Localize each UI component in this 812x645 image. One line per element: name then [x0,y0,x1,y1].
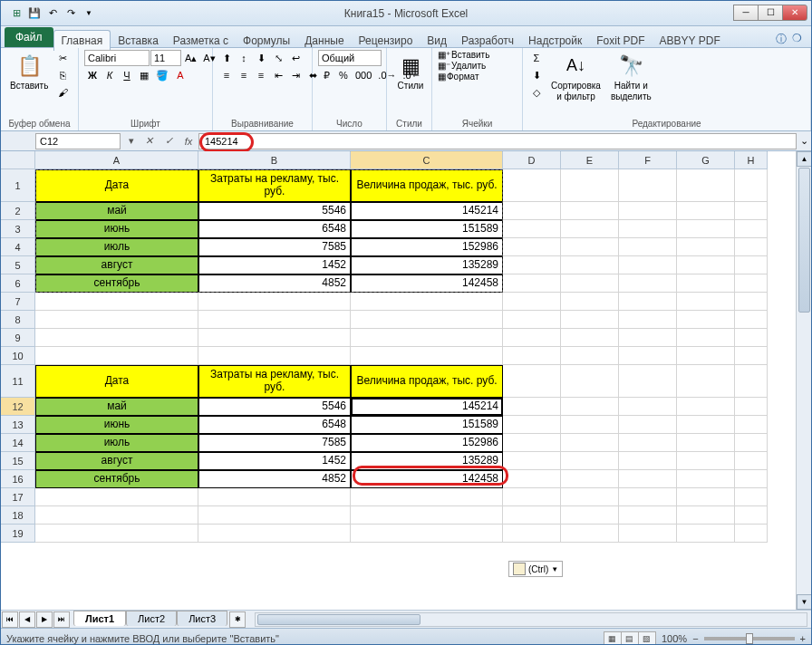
cell[interactable]: 135289 [351,256,503,274]
cell[interactable]: Дата [35,365,198,398]
cell[interactable] [735,525,768,543]
cell[interactable] [677,525,735,543]
cell[interactable] [619,238,677,256]
cell[interactable]: Дата [35,169,198,202]
cell[interactable] [735,274,768,293]
cell[interactable] [198,293,351,311]
cell[interactable] [619,488,677,506]
sheet-tab-2[interactable]: Лист3 [177,611,227,626]
cell[interactable]: 151589 [351,220,503,238]
save-icon[interactable]: 💾 [26,5,43,22]
cell[interactable] [677,311,735,329]
cell[interactable] [561,416,619,434]
zoom-slider[interactable] [704,637,795,640]
cell[interactable] [503,434,561,452]
cell[interactable]: август [35,256,198,274]
fill-icon[interactable]: ⬇ [528,67,545,83]
undo-icon[interactable]: ↶ [44,5,61,22]
redo-icon[interactable]: ↷ [63,5,79,22]
cell[interactable] [561,506,619,525]
cell[interactable] [351,488,503,506]
row-header-16[interactable]: 16 [1,470,35,488]
cell[interactable]: май [35,202,198,220]
cell[interactable] [619,365,677,398]
row-header-17[interactable]: 17 [1,488,35,506]
cell[interactable]: 152986 [351,238,503,256]
row-header-4[interactable]: 4 [1,238,35,256]
cell[interactable]: 5546 [198,202,351,220]
sort-filter-button[interactable]: A↓ Сортировка и фильтр [547,50,604,104]
cell[interactable] [35,488,198,506]
font-size-combo[interactable]: 11 [150,50,181,66]
currency-icon[interactable]: ₽ [318,67,334,83]
cell[interactable] [619,293,677,311]
close-button[interactable]: ✕ [782,5,807,21]
cell[interactable] [503,470,561,488]
cell[interactable] [561,398,619,416]
grow-font-icon[interactable]: A▴ [182,50,199,66]
zoom-out-icon[interactable]: − [692,633,698,644]
cell[interactable] [561,238,619,256]
row-header-8[interactable]: 8 [1,311,35,329]
cell[interactable] [35,329,198,347]
border-icon[interactable]: ▦ [136,67,152,83]
copy-icon[interactable]: ⎘ [54,67,71,83]
cell[interactable] [561,434,619,452]
row-header-2[interactable]: 2 [1,202,35,220]
qat-dropdown-icon[interactable]: ▼ [81,5,97,22]
cell[interactable]: 4852 [198,274,351,293]
cell[interactable]: Величина продаж, тыс. руб. [351,365,503,398]
cell[interactable] [351,347,503,365]
cell[interactable] [677,506,735,525]
cell[interactable] [503,293,561,311]
cell[interactable]: июнь [35,416,198,434]
find-select-button[interactable]: 🔭 Найти и выделить [607,50,655,104]
cell[interactable]: 6548 [198,416,351,434]
first-sheet-icon[interactable]: ⏮ [2,611,18,628]
indent-decrease-icon[interactable]: ⇤ [270,67,286,83]
cell[interactable] [619,452,677,470]
page-layout-icon[interactable]: ▤ [621,631,639,646]
cell[interactable] [677,256,735,274]
cell[interactable] [619,416,677,434]
align-center-icon[interactable]: ≡ [236,67,252,83]
cell[interactable] [619,169,677,202]
cell[interactable]: 142458 [351,470,503,488]
cell[interactable] [503,311,561,329]
cell[interactable] [503,220,561,238]
zoom-thumb[interactable] [746,633,753,644]
number-format-combo[interactable]: Общий [318,50,382,66]
format-painter-icon[interactable]: 🖌 [54,84,71,101]
cell[interactable] [503,416,561,434]
row-header-7[interactable]: 7 [1,293,35,311]
cell[interactable] [561,220,619,238]
cell[interactable] [619,329,677,347]
col-header-A[interactable]: A [35,151,198,169]
row-header-11[interactable]: 11 [1,365,35,398]
select-all-corner[interactable] [1,151,35,169]
cell[interactable] [561,452,619,470]
cell[interactable] [677,329,735,347]
zoom-level[interactable]: 100% [662,633,687,644]
cell[interactable] [351,525,503,543]
normal-view-icon[interactable]: ▦ [604,631,622,646]
cell[interactable] [735,238,768,256]
cell[interactable] [35,347,198,365]
cell[interactable] [503,347,561,365]
cell[interactable] [503,274,561,293]
row-header-13[interactable]: 13 [1,416,35,434]
cell[interactable]: 7585 [198,434,351,452]
row-header-19[interactable]: 19 [1,525,35,543]
insert-cells-button[interactable]: Вставить [451,50,489,60]
cell[interactable] [619,506,677,525]
align-bottom-icon[interactable]: ⬇ [253,50,269,66]
col-header-G[interactable]: G [677,151,735,169]
align-right-icon[interactable]: ≡ [253,67,269,83]
align-middle-icon[interactable]: ↕ [236,50,252,66]
cell[interactable] [677,274,735,293]
cell[interactable]: 145214 [351,202,503,220]
cell[interactable] [735,365,768,398]
cell[interactable] [35,525,198,543]
minimize-ribbon-icon[interactable]: ⓘ [776,32,787,47]
cell[interactable] [561,311,619,329]
